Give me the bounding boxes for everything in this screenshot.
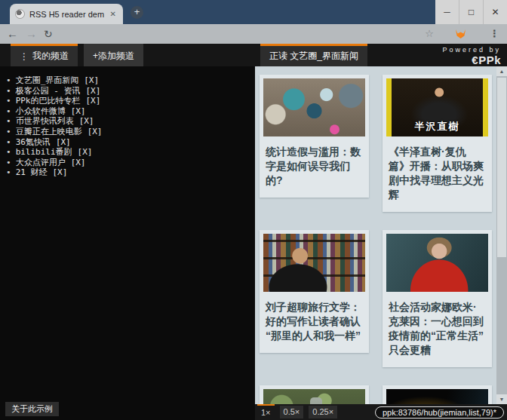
channel-remove-button[interactable]: [X] — [86, 86, 101, 96]
close-button[interactable]: ✕ — [483, 0, 507, 24]
channel-link[interactable]: PPk的巴比特专栏 — [16, 96, 81, 106]
channel-sidebar: •文艺圈_界面新闻[X] •极客公园 - 资讯[X] •PPk的巴比特专栏[X]… — [0, 66, 255, 420]
channel-remove-button[interactable]: [X] — [84, 75, 99, 85]
tab-now-reading[interactable]: 正读 文艺圈_界面新闻 — [260, 44, 367, 66]
channel-item[interactable]: •文艺圈_界面新闻[X] — [6, 75, 255, 86]
channel-item[interactable]: •21 财经[X] — [6, 167, 255, 178]
bullet-icon: • — [6, 86, 11, 96]
card-row: 统计造假与滥用：数字是如何误导我们的? 半沢直樹 《半泽直树·复仇篇》开播：从职… — [260, 75, 492, 212]
list-icon: ⋮ — [20, 51, 29, 62]
metamask-fox-icon[interactable] — [456, 29, 466, 38]
channel-link[interactable]: 21 财经 — [16, 167, 48, 177]
app-header: ⋮ 我的频道 +添加频道 正读 文艺圈_界面新闻 Powered by €PPk — [0, 44, 507, 66]
bullet-icon: • — [6, 96, 11, 106]
channel-item[interactable]: •大众点评用户[X] — [6, 158, 255, 168]
site-favicon-icon — [15, 9, 25, 19]
channel-remove-button[interactable]: [X] — [88, 127, 103, 136]
tab-my-channels[interactable]: ⋮ 我的频道 — [11, 44, 78, 66]
forward-icon[interactable]: → — [26, 24, 37, 44]
article-card[interactable]: 社会活动家娜欧米·克莱因：一心想回到疫情前的“正常生活”只会更糟 — [383, 230, 492, 367]
channel-remove-button[interactable]: [X] — [71, 158, 86, 167]
channel-item[interactable]: •极客公园 - 资讯[X] — [6, 86, 255, 97]
browser-tab-title: RSS H5 reader demo (Powere — [29, 10, 104, 19]
article-title[interactable]: 刘子超聊旅行文学：好的写作让读者确认“那里的人和我一样” — [266, 300, 363, 343]
channel-remove-button[interactable]: [X] — [79, 116, 94, 126]
browser-titlebar: RSS H5 reader demo (Powere ✕ + ─ □ ✕ — [0, 0, 507, 24]
window-controls: ─ □ ✕ — [435, 0, 507, 24]
channel-item[interactable]: •小众软件微博[X] — [6, 106, 255, 117]
browser-menu-icon[interactable]: ⋮ — [490, 24, 499, 44]
channel-item[interactable]: •36氪快讯[X] — [6, 137, 255, 148]
channel-remove-button[interactable]: [X] — [71, 106, 86, 116]
scroll-up-icon[interactable]: ▲ — [496, 66, 507, 76]
bullet-icon: • — [6, 106, 11, 116]
minimize-button[interactable]: ─ — [435, 0, 459, 24]
channel-link[interactable]: 文艺圈_界面新闻 — [16, 75, 79, 85]
channel-link[interactable]: 36氪快讯 — [16, 137, 51, 147]
browser-tab[interactable]: RSS H5 reader demo (Powere ✕ — [10, 4, 123, 24]
scrollbar-thumb[interactable] — [497, 78, 506, 257]
channel-link[interactable]: 极客公园 - 资讯 — [16, 86, 81, 96]
bullet-icon: • — [6, 137, 11, 147]
card-row: 刘子超聊旅行文学：好的写作让读者确认“那里的人和我一样” 社会活动家娜欧米·克莱… — [260, 230, 492, 367]
bullet-icon: • — [6, 147, 11, 157]
poster-caption: 半沢直樹 — [386, 120, 488, 133]
article-card[interactable]: 统计造假与滥用：数字是如何误导我们的? — [260, 75, 369, 198]
bookmark-star-icon[interactable]: ☆ — [425, 24, 434, 44]
ppk-logo-text: PPk — [478, 54, 501, 66]
channel-remove-button[interactable]: [X] — [56, 137, 71, 147]
channel-link[interactable]: 大众点评用户 — [16, 158, 66, 167]
article-title[interactable]: 统计造假与滥用：数字是如何误导我们的? — [266, 145, 363, 188]
bullet-icon: • — [6, 116, 11, 126]
zoom-1x-button[interactable]: 1× — [257, 404, 275, 420]
tab-close-icon[interactable]: ✕ — [109, 10, 118, 18]
article-title[interactable]: 社会活动家娜欧米·克莱因：一心想回到疫情前的“正常生活”只会更糟 — [389, 300, 486, 357]
add-channel-button[interactable]: +添加频道 — [84, 44, 143, 66]
channel-link[interactable]: bilibili番剧 — [16, 147, 72, 157]
channel-item[interactable]: •豆瓣正在上映电影[X] — [6, 127, 255, 137]
channel-item[interactable]: •PPk的巴比特专栏[X] — [6, 96, 255, 106]
ppk-address-chip[interactable]: ppk:83786/hub(jiemian,list,79)* — [375, 406, 504, 418]
channel-link[interactable]: 豆瓣正在上映电影 — [16, 127, 82, 136]
article-title[interactable]: 《半泽直树·复仇篇》开播：从职场爽剧中找寻理想主义光辉 — [389, 145, 486, 202]
bullet-icon: • — [6, 75, 11, 85]
zoom-025x-button[interactable]: 0.25× — [309, 406, 337, 418]
ppk-logo-icon: € — [472, 54, 478, 66]
scroll-down-icon[interactable]: ▼ — [496, 394, 507, 404]
channel-remove-button[interactable]: [X] — [53, 167, 68, 177]
channel-link[interactable]: 小众软件微博 — [16, 106, 66, 116]
feed-scrollbar[interactable]: ▲ ▼ — [496, 66, 507, 404]
channel-remove-button[interactable]: [X] — [78, 147, 93, 157]
article-card[interactable]: 半沢直樹 《半泽直树·复仇篇》开播：从职场爽剧中找寻理想主义光辉 — [383, 75, 492, 212]
article-image-man-at-bookshelf — [263, 234, 365, 292]
powered-by: Powered by €PPk — [442, 45, 501, 65]
channel-list: •文艺圈_界面新闻[X] •极客公园 - 资讯[X] •PPk的巴比特专栏[X]… — [0, 66, 255, 178]
article-feed: 统计造假与滥用：数字是如何误导我们的? 半沢直樹 《半泽直树·复仇篇》开播：从职… — [255, 66, 507, 404]
bullet-icon: • — [6, 167, 11, 177]
browser-navbar: ← → ↻ ⓘ tool.ppkpub.org/rss/ ☆ ⋮ — [0, 24, 507, 44]
article-card[interactable]: 刘子超聊旅行文学：好的写作让读者确认“那里的人和我一样” — [260, 230, 369, 353]
article-image-hanzawa-poster: 半沢直樹 — [386, 78, 488, 136]
channel-item[interactable]: •bilibili番剧[X] — [6, 147, 255, 158]
bullet-icon: • — [6, 158, 11, 167]
zoom-05x-button[interactable]: 0.5× — [280, 406, 304, 418]
bullet-icon: • — [6, 127, 11, 136]
card-row: 《奥州小道》：松尾芭蕉 居家工作的日子里，你 — [260, 385, 492, 404]
channel-remove-button[interactable]: [X] — [86, 96, 101, 106]
article-image-woman-red-blazer — [386, 234, 488, 292]
ppk-logo: €PPk — [442, 55, 501, 65]
tab-my-channels-label: 我的频道 — [32, 50, 69, 63]
article-card[interactable]: 《奥州小道》：松尾芭蕉 — [260, 385, 369, 404]
channel-item[interactable]: •币世界快讯列表[X] — [6, 116, 255, 127]
maximize-button[interactable]: □ — [459, 0, 483, 24]
article-image-dark-interior — [386, 389, 488, 404]
new-tab-button[interactable]: + — [131, 6, 143, 19]
article-card[interactable]: 居家工作的日子里，你 — [383, 385, 492, 404]
tab-now-reading-label: 正读 文艺圈_界面新闻 — [269, 50, 358, 63]
channel-link[interactable]: 币世界快讯列表 — [16, 116, 74, 126]
back-icon[interactable]: ← — [7, 24, 18, 44]
add-channel-label: +添加频道 — [93, 50, 134, 63]
reader-bottom-bar: 1× 0.5× 0.25× ppk:83786/hub(jiemian,list… — [255, 404, 507, 420]
reload-icon[interactable]: ↻ — [44, 24, 53, 44]
about-example-button[interactable]: 关于此示例 — [5, 402, 59, 416]
